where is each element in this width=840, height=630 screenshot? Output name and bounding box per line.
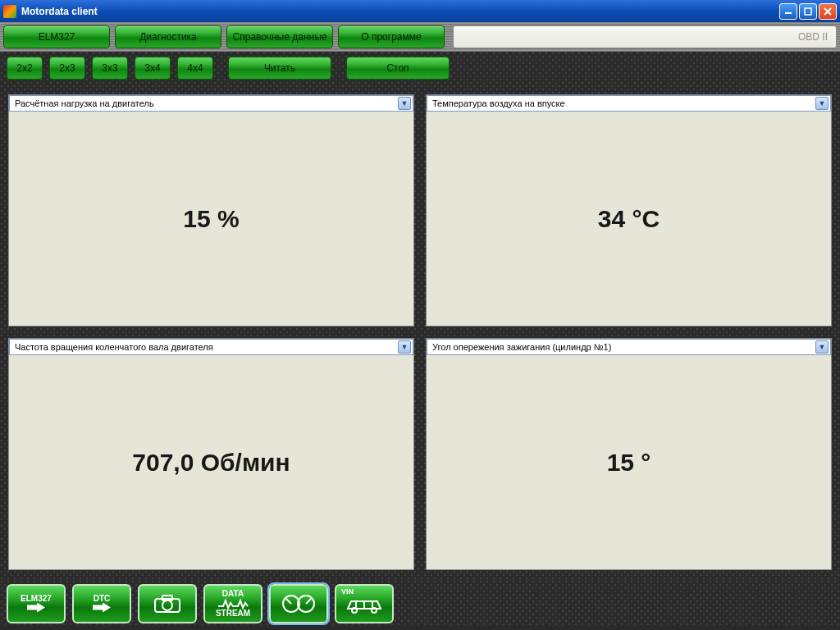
footer-gauges-button[interactable] bbox=[269, 584, 328, 623]
minimize-button[interactable] bbox=[779, 3, 797, 20]
footer-vin-label: VIN bbox=[341, 588, 354, 596]
layout-2x3-button[interactable]: 2x3 bbox=[49, 57, 85, 80]
panel-rpm: Частота вращения коленчатого вала двигат… bbox=[8, 338, 414, 570]
car-icon bbox=[343, 592, 386, 615]
panel-value: 34 °C bbox=[427, 112, 831, 326]
footer-elm-label: ELM327 bbox=[21, 595, 52, 603]
layout-3x4-button[interactable]: 3x4 bbox=[135, 57, 171, 80]
maximize-icon bbox=[804, 7, 812, 16]
svg-point-6 bbox=[162, 600, 172, 610]
footer-vin-button[interactable]: VIN bbox=[335, 584, 394, 623]
work-area: Расчётная нагрузка на двигатель ▼ 15 % Т… bbox=[0, 84, 840, 580]
panel-ignition-advance: Угол опережения зажигания (цилиндр №1) ▼… bbox=[426, 338, 832, 570]
panel-value: 707,0 Об/мин bbox=[9, 355, 413, 569]
footer-dtc-label: DTC bbox=[94, 595, 111, 603]
param-selector[interactable]: Угол опережения зажигания (цилиндр №1) ▼ bbox=[427, 339, 831, 355]
waveform-icon bbox=[217, 598, 249, 609]
maximize-button[interactable] bbox=[799, 3, 817, 20]
panel-value: 15 % bbox=[9, 112, 413, 326]
protocol-hint: OBD II bbox=[798, 31, 828, 43]
svg-line-10 bbox=[306, 599, 311, 604]
footer-stream-label: STREAM bbox=[216, 609, 250, 618]
footer-snapshot-button[interactable] bbox=[138, 584, 197, 623]
tab-diagnostics[interactable]: Диагностика bbox=[115, 25, 221, 48]
layout-4x4-button[interactable]: 4x4 bbox=[177, 57, 213, 80]
param-selector[interactable]: Температура воздуха на впуске ▼ bbox=[427, 95, 831, 112]
tab-reference[interactable]: Справочные данные bbox=[226, 25, 333, 48]
toolbar: 2x2 2x3 3x3 3x4 4x4 Читать Стоп bbox=[0, 52, 840, 84]
param-label: Угол опережения зажигания (цилиндр №1) bbox=[432, 342, 611, 352]
panel-engine-load: Расчётная нагрузка на двигатель ▼ 15 % bbox=[8, 94, 414, 326]
stop-button[interactable]: Стоп bbox=[346, 57, 450, 80]
window-title: Motordata client bbox=[21, 6, 779, 17]
layout-2x2-button[interactable]: 2x2 bbox=[7, 57, 43, 80]
chevron-down-icon: ▼ bbox=[398, 97, 411, 110]
tab-about[interactable]: О программе bbox=[338, 25, 445, 48]
footer-elm327-button[interactable]: ELM327 bbox=[7, 584, 66, 623]
gauges-icon bbox=[279, 591, 318, 616]
arrow-right-icon bbox=[93, 603, 111, 613]
svg-rect-1 bbox=[805, 8, 811, 15]
footer-data-label: DATA bbox=[222, 590, 244, 598]
svg-point-14 bbox=[352, 608, 357, 613]
layout-3x3-button[interactable]: 3x3 bbox=[92, 57, 128, 80]
main-tab-bar: ELM327 Диагностика Справочные данные О п… bbox=[0, 22, 840, 52]
tab-elm327[interactable]: ELM327 bbox=[3, 25, 110, 48]
minimize-icon bbox=[784, 7, 792, 16]
chevron-down-icon: ▼ bbox=[815, 340, 829, 354]
param-label: Частота вращения коленчатого вала двигат… bbox=[15, 342, 213, 352]
app-icon bbox=[3, 5, 16, 18]
panel-intake-air-temp: Температура воздуха на впуске ▼ 34 °C bbox=[426, 94, 832, 326]
param-label: Расчётная нагрузка на двигатель bbox=[15, 98, 154, 108]
param-label: Температура воздуха на впуске bbox=[432, 98, 565, 108]
title-bar: Motordata client bbox=[0, 0, 840, 22]
chevron-down-icon: ▼ bbox=[398, 340, 411, 354]
close-button[interactable] bbox=[819, 3, 837, 20]
svg-point-15 bbox=[372, 608, 377, 613]
param-selector[interactable]: Частота вращения коленчатого вала двигат… bbox=[9, 339, 413, 355]
footer-bar: ELM327 DTC DATA STREAM VIN bbox=[0, 580, 840, 627]
chevron-down-icon: ▼ bbox=[815, 97, 829, 110]
window-controls bbox=[779, 3, 837, 20]
footer-dtc-button[interactable]: DTC bbox=[72, 584, 131, 623]
footer-data-stream-button[interactable]: DATA STREAM bbox=[203, 584, 262, 623]
read-button[interactable]: Читать bbox=[228, 57, 331, 80]
arrow-right-icon bbox=[27, 603, 45, 613]
protocol-field[interactable]: OBD II bbox=[453, 25, 837, 48]
svg-line-9 bbox=[286, 599, 291, 604]
param-selector[interactable]: Расчётная нагрузка на двигатель ▼ bbox=[9, 95, 413, 112]
panel-value: 15 ° bbox=[427, 355, 831, 569]
camera-icon bbox=[151, 592, 184, 615]
close-icon bbox=[824, 7, 832, 16]
